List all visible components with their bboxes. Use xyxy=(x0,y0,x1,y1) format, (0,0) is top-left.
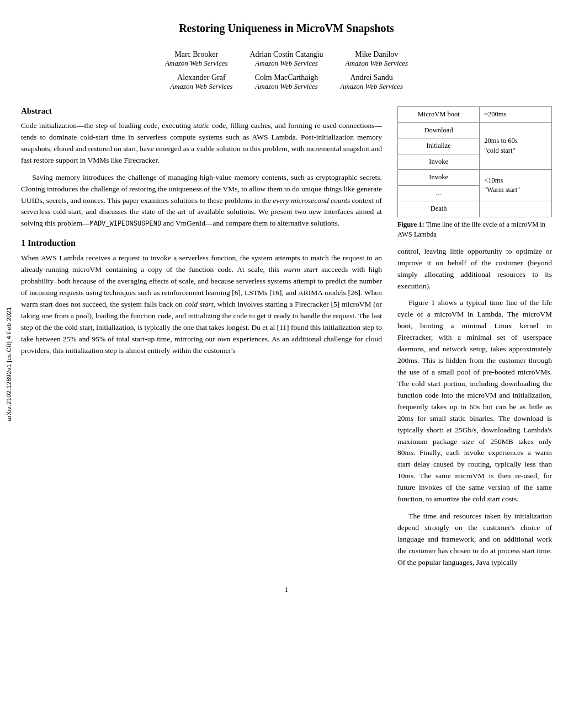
right-col-body: control, leaving little opportunity to o… xyxy=(397,246,552,569)
abstract-body: Code initialization—the step of loading … xyxy=(21,120,382,229)
paper-title: Restoring Uniqueness in MicroVM Snapshot… xyxy=(21,22,552,35)
figure-cell-death-value xyxy=(480,201,552,217)
arxiv-label: arXiv:2102.12892v1 [cs.CR] 4 Feb 2021 xyxy=(6,307,12,421)
figure-cell-download-label: Download xyxy=(398,122,480,138)
figure-cell-microvm-boot-label: MicroVM boot xyxy=(398,107,480,123)
author-3-name: Mike Danilov xyxy=(346,50,408,59)
authors-row1: Marc Brooker Amazon Web Services Adrian … xyxy=(21,50,552,68)
abstract-section: Abstract Code initialization—the step of… xyxy=(21,106,382,229)
author-2: Adrian Costin Catangiu Amazon Web Servic… xyxy=(250,50,323,68)
author-1-name: Marc Brooker xyxy=(165,50,228,59)
intro-header: 1 Introduction xyxy=(21,238,382,248)
figure-cell-death-label: Death xyxy=(398,201,480,217)
left-column: Abstract Code initialization—the step of… xyxy=(21,106,382,574)
figure-cell-ellipsis-label: … xyxy=(398,185,480,201)
right-col-para-2: Figure 1 shows a typical time line of th… xyxy=(397,297,552,505)
right-col-para-1: control, leaving little opportunity to o… xyxy=(397,246,552,292)
right-column: MicroVM boot ~200ms Download 20ms to 60s… xyxy=(397,106,552,574)
author-3-affiliation: Amazon Web Services xyxy=(346,59,408,68)
figure-1-caption: Figure 1: Time line of the life cycle of… xyxy=(397,220,552,239)
figure-row-microvm-boot: MicroVM boot ~200ms xyxy=(398,107,552,123)
figure-row-invoke-2: Invoke <10ms"Warm start" xyxy=(398,170,552,186)
intro-body: When AWS Lambda receives a request to in… xyxy=(21,253,382,356)
author-3: Mike Danilov Amazon Web Services xyxy=(346,50,408,68)
figure-cell-microvm-boot-value: ~200ms xyxy=(480,107,552,123)
figure-cell-invoke-2-label: Invoke xyxy=(398,170,480,186)
figure-1-table: MicroVM boot ~200ms Download 20ms to 60s… xyxy=(397,106,552,217)
authors-row2: Alexander Graf Amazon Web Services Colm … xyxy=(21,73,552,91)
author-1-affiliation: Amazon Web Services xyxy=(165,59,228,68)
figure-cell-warm-start-value: <10ms"Warm start" xyxy=(480,170,552,201)
figure-cell-initialize-label: Initialize xyxy=(398,138,480,154)
two-column-layout: Abstract Code initialization—the step of… xyxy=(21,106,552,574)
figure-row-death: Death xyxy=(398,201,552,217)
author-5-name: Colm MacCarthaigh xyxy=(255,73,318,82)
author-4-name: Alexander Graf xyxy=(170,73,233,82)
figure-row-download: Download 20ms to 60s"cold start" xyxy=(398,122,552,138)
author-6: Andrei Sandu Amazon Web Services xyxy=(340,73,403,91)
page-number: 1 xyxy=(21,585,552,594)
intro-para-1: When AWS Lambda receives a request to in… xyxy=(21,253,382,356)
introduction-section: 1 Introduction When AWS Lambda receives … xyxy=(21,238,382,356)
author-2-affiliation: Amazon Web Services xyxy=(250,59,323,68)
abstract-para-1: Code initialization—the step of loading … xyxy=(21,120,382,167)
author-2-name: Adrian Costin Catangiu xyxy=(250,50,323,59)
figure-cell-cold-start-value: 20ms to 60s"cold start" xyxy=(480,122,552,170)
right-col-para-3: The time and resources taken by initiali… xyxy=(397,511,552,569)
author-5-affiliation: Amazon Web Services xyxy=(255,82,318,91)
abstract-header: Abstract xyxy=(21,106,382,116)
figure-cell-invoke-1-label: Invoke xyxy=(398,154,480,170)
author-6-name: Andrei Sandu xyxy=(340,73,403,82)
arxiv-sidebar: arXiv:2102.12892v1 [cs.CR] 4 Feb 2021 xyxy=(0,0,18,728)
figure-1-container: MicroVM boot ~200ms Download 20ms to 60s… xyxy=(397,106,552,239)
author-4: Alexander Graf Amazon Web Services xyxy=(170,73,233,91)
author-4-affiliation: Amazon Web Services xyxy=(170,82,233,91)
author-1: Marc Brooker Amazon Web Services xyxy=(165,50,228,68)
figure-caption-prefix: Figure 1: xyxy=(397,221,424,228)
abstract-para-2: Saving memory introduces the challenge o… xyxy=(21,172,382,230)
author-5: Colm MacCarthaigh Amazon Web Services xyxy=(255,73,318,91)
author-6-affiliation: Amazon Web Services xyxy=(340,82,403,91)
